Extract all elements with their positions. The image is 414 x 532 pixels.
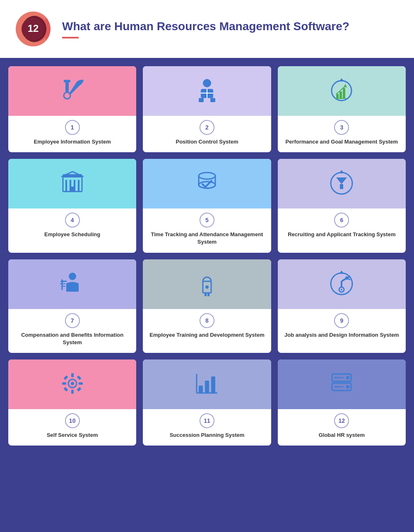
card-number-12: 12 <box>334 413 349 428</box>
svg-rect-25 <box>78 180 79 192</box>
svg-marker-39 <box>339 271 344 274</box>
svg-rect-52 <box>77 375 81 380</box>
card-label-12: Global HR system <box>315 431 369 439</box>
card-icon-area-6 <box>278 159 406 208</box>
card-label-10: Self Service System <box>43 431 102 439</box>
header-underline <box>62 37 79 38</box>
svg-point-27 <box>199 173 215 179</box>
card-icon-database-check <box>193 168 221 199</box>
header-title: What are Human Resources Management Soft… <box>62 19 402 34</box>
card-icon-funnel <box>327 168 356 199</box>
card-icon-area-12 <box>278 359 406 409</box>
card-4: 4 Employee Scheduling <box>8 159 136 252</box>
svg-rect-49 <box>62 382 66 385</box>
svg-rect-57 <box>211 376 215 393</box>
svg-marker-29 <box>339 170 344 173</box>
svg-point-31 <box>69 273 76 280</box>
svg-point-62 <box>346 376 349 379</box>
card-label-7: Compensation and Benefits Information Sy… <box>8 331 136 346</box>
card-9: 9 Job analysis and Design Information Sy… <box>278 259 406 353</box>
card-label-11: Succession Planning System <box>166 431 249 439</box>
card-number-3: 3 <box>334 120 349 135</box>
card-icon-area-10 <box>8 359 136 409</box>
card-icon-server <box>327 369 356 400</box>
svg-rect-7 <box>64 80 70 82</box>
card-label-3: Performance and Goal Management System <box>282 138 402 146</box>
card-icon-area-3 <box>278 66 406 116</box>
card-label-2: Position Control System <box>172 138 243 146</box>
card-icon-area-9 <box>278 259 406 309</box>
svg-rect-47 <box>71 373 74 377</box>
card-icon-area-2 <box>143 66 271 116</box>
svg-rect-54 <box>77 387 81 391</box>
svg-rect-55 <box>199 386 203 393</box>
card-label-5: Time Tracking and Attendance Management … <box>143 231 271 246</box>
card-number-7: 7 <box>65 313 80 328</box>
card-number-4: 4 <box>65 213 80 228</box>
header-text: What are Human Resources Management Soft… <box>62 19 402 38</box>
card-icon-area-5 <box>143 159 271 208</box>
svg-rect-56 <box>205 381 209 393</box>
card-number-10: 10 <box>65 413 80 428</box>
svg-rect-51 <box>63 375 68 380</box>
svg-rect-50 <box>79 382 83 385</box>
card-icon-area-7 <box>8 259 136 309</box>
card-icon-gear <box>58 369 87 400</box>
card-label-9: Job analysis and Design Information Syst… <box>280 331 403 339</box>
card-number-2: 2 <box>200 120 214 135</box>
card-7: 7 Compensation and Benefits Information … <box>8 259 136 353</box>
card-icon-area-11 <box>143 359 271 409</box>
svg-rect-26 <box>70 187 75 192</box>
card-number-6: 6 <box>334 213 349 228</box>
svg-rect-37 <box>207 293 209 296</box>
svg-rect-36 <box>205 293 207 296</box>
card-icon-wrench <box>58 76 87 106</box>
svg-rect-15 <box>336 94 339 98</box>
svg-rect-22 <box>65 180 67 192</box>
svg-rect-10 <box>199 98 204 102</box>
card-icon-area-1 <box>8 66 136 116</box>
card-icon-lock <box>193 269 221 300</box>
svg-point-63 <box>346 385 349 388</box>
card-icon-chart-up <box>327 76 356 106</box>
card-icon-person <box>193 76 221 106</box>
svg-rect-11 <box>210 98 215 102</box>
card-2: 2 Position Control System <box>143 66 271 152</box>
svg-marker-14 <box>339 78 344 81</box>
card-grid: 1 Employee Information System 2 Position… <box>0 58 414 454</box>
svg-marker-19 <box>344 84 347 87</box>
card-5: 5 Time Tracking and Attendance Managemen… <box>143 159 271 252</box>
card-1: 1 Employee Information System <box>8 66 136 152</box>
svg-rect-53 <box>63 387 68 391</box>
card-label-8: Employee Training and Development System <box>145 331 268 339</box>
svg-text:12: 12 <box>28 23 39 34</box>
svg-point-46 <box>71 382 74 385</box>
svg-rect-30 <box>340 184 343 189</box>
svg-rect-48 <box>71 390 74 394</box>
card-3: 3 Performance and Goal Management System <box>278 66 406 152</box>
svg-rect-17 <box>343 88 345 98</box>
card-label-1: Employee Information System <box>29 138 115 146</box>
card-label-4: Employee Scheduling <box>40 231 104 238</box>
card-icon-bar-chart <box>193 369 221 400</box>
card-number-11: 11 <box>200 413 214 428</box>
card-8: 8 Employee Training and Development Syst… <box>143 259 271 353</box>
card-icon-area-4 <box>8 159 136 208</box>
card-label-6: Recruiting and Applicant Tracking System <box>284 231 400 238</box>
card-icon-building <box>58 168 87 199</box>
card-number-5: 5 <box>200 213 214 228</box>
card-12: 12 Global HR system <box>278 359 406 446</box>
card-10: 10 Self Service System <box>8 359 136 446</box>
svg-rect-16 <box>339 91 342 98</box>
logo: 12 <box>12 8 54 50</box>
card-icon-person-up <box>58 269 87 300</box>
card-number-1: 1 <box>65 120 80 135</box>
card-number-9: 9 <box>334 313 349 328</box>
card-icon-area-8 <box>143 259 271 309</box>
card-11: 11 Succession Planning System <box>143 359 271 446</box>
svg-point-41 <box>341 289 342 290</box>
svg-point-38 <box>205 285 209 289</box>
svg-point-8 <box>203 79 211 87</box>
card-6: 6 Recruiting and Applicant Tracking Syst… <box>278 159 406 252</box>
card-icon-robot-arm <box>327 269 356 300</box>
